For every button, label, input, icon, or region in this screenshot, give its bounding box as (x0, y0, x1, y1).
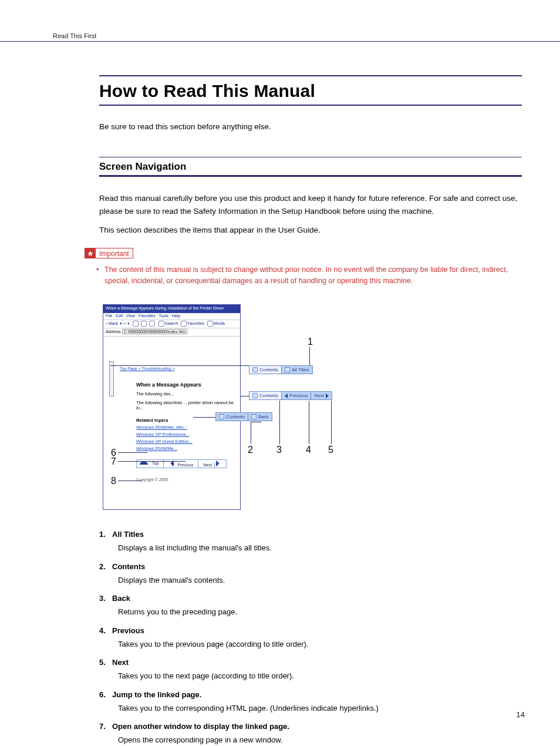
def-5: 5.Next Takes you to the next page (accor… (99, 658, 522, 682)
important-item: • The content of this manual is subject … (96, 264, 522, 287)
titlebar: When a Message Appears during Installati… (103, 305, 240, 313)
leader-7h (118, 461, 185, 462)
book-icon (219, 414, 224, 419)
leader-n4v (309, 401, 309, 444)
callout-7: 7 (111, 456, 116, 467)
def-title: Open another window to display the linke… (112, 722, 289, 731)
star-icon: ★ (85, 248, 96, 258)
media-label[interactable]: Media (214, 321, 225, 325)
panel3-back[interactable]: Back (248, 413, 272, 421)
right-icon (216, 461, 224, 466)
panel2-next[interactable]: Next (311, 392, 331, 399)
leader-fan-top (110, 365, 249, 366)
section-heading: Screen Navigation (99, 157, 522, 175)
def-7: 7.Open another window to display the lin… (99, 722, 522, 746)
menu-favorites[interactable]: Favorites (139, 314, 156, 318)
link-1[interactable]: Windows 95/98/Me, Win... (136, 425, 235, 430)
important-list: • The content of this manual is subject … (96, 264, 522, 287)
breadcrumb[interactable]: Top Page > Troubleshooting > (120, 367, 174, 371)
favorites-label[interactable]: Favorites (187, 321, 204, 325)
link-3[interactable]: Windows XP Home Edition... (136, 439, 235, 444)
panel3-contents[interactable]: Contents (216, 413, 248, 421)
definitions: 1.All Titles Displays a list including t… (99, 530, 522, 746)
list-icon (285, 367, 290, 372)
menubar: File Edit View Favorites Tools Help (103, 313, 240, 320)
address-label: Address (106, 330, 121, 334)
def-title: All Titles (112, 530, 144, 539)
important-text: The content of this manual is subject to… (104, 264, 522, 287)
body-paragraph-2: This section describes the items that ap… (99, 224, 522, 237)
leader-6h (118, 452, 147, 453)
def-body: Displays the manual's contents. (118, 574, 522, 586)
panel2-prev[interactable]: Previous (282, 392, 311, 399)
def-num: 5. (99, 658, 112, 667)
toolbar: ⇦Back ▾ ⇨ ▾ Search Favorites Media (103, 320, 240, 328)
def-num: 7. (99, 722, 112, 731)
book-icon (252, 367, 258, 372)
callout-8: 8 (111, 476, 116, 486)
def-body: Opens the corresponding page in a new wi… (118, 734, 522, 746)
back-button[interactable]: ⇦Back (106, 321, 119, 325)
doc-line-1: The following des... (136, 391, 235, 396)
def-1: 1.All Titles Displays a list including t… (99, 530, 522, 554)
book-icon (252, 393, 258, 398)
def-title: Contents (112, 562, 145, 571)
page-number: 14 (517, 710, 525, 719)
def-body: Takes you to the next page (according to… (118, 670, 522, 682)
page-title: How to Read This Manual (99, 76, 522, 105)
link-4[interactable]: Windows 95/98/Me... (136, 446, 235, 451)
panel1-contents[interactable]: Contents (249, 366, 282, 374)
def-body: Returns you to the preceding page. (118, 606, 522, 618)
panel-contents-alltitles: Contents All Titles (249, 365, 313, 374)
search-label[interactable]: Search (165, 321, 178, 325)
important-badge: ★ Important (85, 248, 133, 258)
menu-file[interactable]: File (106, 314, 112, 318)
leader-n2v (251, 422, 251, 444)
intro-paragraph: Be sure to read this section before anyt… (99, 121, 522, 133)
address-input[interactable]: C:\00000000\00000000\index.htm (122, 329, 187, 334)
address-bar: Address C:\00000000\00000000\index.htm (103, 328, 240, 337)
stop-icon[interactable] (133, 321, 139, 327)
def-6: 6.Jump to the linked page. Takes you to … (99, 690, 522, 714)
menu-edit[interactable]: Edit (116, 314, 123, 318)
bottom-next[interactable]: Next (198, 460, 225, 468)
leader-n3v (279, 401, 280, 444)
panel-contents-back: Contents Back (215, 412, 272, 421)
def-title: Jump to the linked page. (112, 690, 201, 699)
top-rule (0, 41, 560, 42)
doc-heading: When a Message Appears (136, 382, 235, 388)
def-num: 2. (99, 562, 112, 571)
page: Read This First How to Read This Manual … (0, 0, 560, 746)
def-body: Takes you to the corresponding HTML page… (118, 703, 522, 714)
favorites-icon[interactable] (181, 321, 187, 327)
callout-5: 5 (328, 445, 333, 455)
leader-3h (193, 417, 215, 418)
menu-view[interactable]: View (126, 314, 135, 318)
h1-rule-bot (99, 105, 522, 106)
home-icon[interactable] (149, 321, 155, 327)
h2-rule-bot (99, 175, 522, 177)
link-2[interactable]: Windows XP Professiona... (136, 432, 235, 437)
media-icon[interactable] (207, 321, 213, 327)
doc-body: Top Page > Troubleshooting > When a Mess… (103, 337, 240, 485)
def-body: Displays a list including the manual's a… (118, 542, 522, 554)
panel2-contents[interactable]: Contents (249, 392, 282, 399)
callout-1: 1 (308, 337, 313, 347)
def-num: 1. (99, 530, 112, 539)
copyright: Copyright © 2005 (136, 478, 235, 482)
menu-help[interactable]: Help (172, 314, 180, 318)
right-icon (326, 394, 329, 398)
leader-n5v (331, 401, 332, 444)
refresh-icon[interactable] (141, 321, 147, 327)
search-icon[interactable] (158, 321, 164, 327)
def-3: 3.Back Returns you to the preceding page… (99, 594, 522, 618)
doc-line-2: The following describes ... printer driv… (136, 400, 235, 411)
def-num: 3. (99, 594, 112, 603)
important-label: Important (96, 248, 133, 258)
running-head: Read This First (53, 32, 96, 39)
panel1-alltitles[interactable]: All Titles (282, 366, 312, 374)
def-num: 6. (99, 690, 112, 699)
callout-3: 3 (276, 445, 282, 455)
menu-tools[interactable]: Tools (158, 314, 168, 318)
content-area: How to Read This Manual Be sure to read … (99, 75, 522, 746)
